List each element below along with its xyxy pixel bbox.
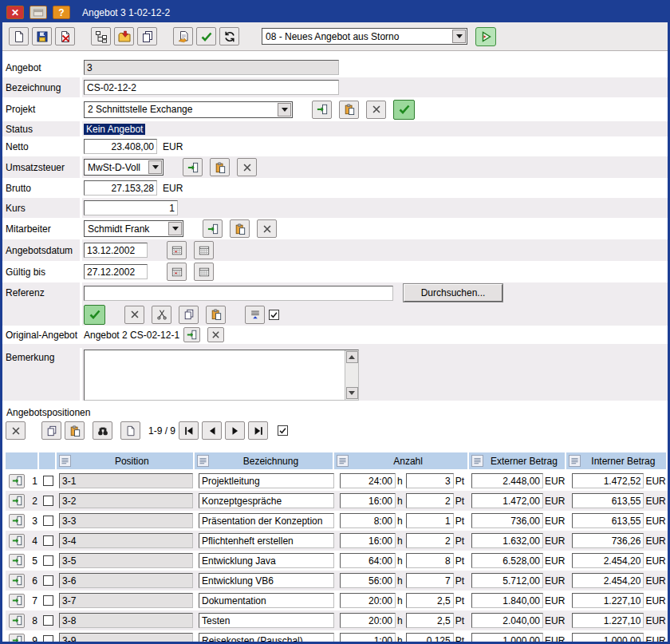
row-goto-button[interactable] bbox=[9, 514, 25, 528]
referenz-copy-button[interactable] bbox=[179, 306, 199, 324]
referenz-ok-button[interactable] bbox=[84, 305, 105, 325]
hours-field[interactable]: 20:00 bbox=[340, 593, 396, 608]
hours-field[interactable]: 20:00 bbox=[340, 613, 396, 628]
scroll-down-button[interactable] bbox=[346, 387, 358, 399]
angebotsdatum-calendar-set-button[interactable] bbox=[167, 241, 187, 259]
original-angebot-clear-button[interactable] bbox=[207, 327, 224, 342]
points-field[interactable]: 2,5 bbox=[406, 593, 454, 608]
hierarchy-button[interactable] bbox=[91, 27, 111, 45]
row-checkbox[interactable] bbox=[43, 615, 53, 626]
hours-field[interactable]: 8:00 bbox=[340, 513, 396, 528]
intern-amount-field[interactable]: 736,26 bbox=[572, 533, 644, 548]
hours-field[interactable]: 64:00 bbox=[340, 553, 396, 568]
sort-button[interactable] bbox=[337, 455, 349, 467]
position-field[interactable]: 3-9 bbox=[59, 633, 193, 644]
run-action-button[interactable] bbox=[475, 27, 496, 46]
hours-field[interactable]: 16:00 bbox=[340, 493, 396, 508]
row-checkbox[interactable] bbox=[43, 635, 53, 644]
points-field[interactable]: 7 bbox=[406, 573, 454, 588]
mitarbeiter-clear-button[interactable] bbox=[257, 219, 277, 238]
mitarbeiter-goto-button[interactable] bbox=[203, 219, 223, 238]
bemerkung-scrollbar[interactable] bbox=[345, 350, 358, 400]
hours-field[interactable]: 24:00 bbox=[340, 473, 396, 488]
bezeichnung-field[interactable]: Entwicklung Java bbox=[199, 553, 334, 568]
row-goto-button[interactable] bbox=[9, 474, 25, 488]
umsatzsteuer-clear-button[interactable] bbox=[237, 158, 257, 176]
extern-amount-field[interactable]: 1.840,00 bbox=[471, 593, 543, 608]
gueltig-bis-input[interactable] bbox=[84, 264, 148, 279]
help-button[interactable]: ? bbox=[53, 6, 70, 19]
referenz-clear-button[interactable] bbox=[124, 306, 144, 324]
position-field[interactable]: 3-5 bbox=[59, 553, 193, 568]
extern-amount-field[interactable]: 1.632,00 bbox=[471, 533, 543, 548]
intern-amount-field[interactable]: 613,55 bbox=[572, 513, 644, 528]
bezeichnung-field[interactable]: Entwicklung VB6 bbox=[199, 573, 334, 588]
row-checkbox[interactable] bbox=[43, 555, 53, 566]
referenz-paste-button[interactable] bbox=[206, 306, 226, 324]
positions-toolbar-checkbox[interactable] bbox=[278, 425, 288, 436]
projekt-clear-button[interactable] bbox=[366, 101, 386, 119]
intern-amount-field[interactable]: 1.227,10 bbox=[572, 613, 644, 628]
row-checkbox[interactable] bbox=[43, 496, 53, 506]
points-field[interactable]: 1 bbox=[406, 513, 454, 528]
points-field[interactable]: 3 bbox=[406, 473, 454, 488]
row-goto-button[interactable] bbox=[9, 614, 25, 628]
row-goto-button[interactable] bbox=[9, 634, 25, 644]
intern-amount-field[interactable]: 613,55 bbox=[572, 493, 644, 508]
intern-amount-field[interactable]: 2.454,20 bbox=[572, 573, 644, 588]
position-field[interactable]: 3-7 bbox=[59, 593, 193, 608]
bemerkung-text[interactable] bbox=[85, 350, 345, 400]
nav-next-button[interactable] bbox=[225, 421, 245, 440]
mitarbeiter-paste-button[interactable] bbox=[230, 219, 250, 238]
sort-button[interactable] bbox=[569, 455, 581, 467]
action-select[interactable]: 08 - Neues Angebot aus Storno bbox=[262, 28, 467, 45]
gueltig-bis-calendar-set-button[interactable] bbox=[167, 263, 187, 281]
position-field[interactable]: 3-1 bbox=[59, 473, 193, 488]
umsatzsteuer-paste-button[interactable] bbox=[210, 158, 230, 176]
row-goto-button[interactable] bbox=[9, 594, 25, 608]
referenz-input[interactable] bbox=[84, 286, 393, 301]
extern-amount-field[interactable]: 1.472,00 bbox=[471, 493, 543, 508]
positions-search-button[interactable] bbox=[93, 421, 112, 440]
points-field[interactable]: 0,125 bbox=[406, 633, 454, 644]
brutto-input[interactable] bbox=[84, 180, 157, 196]
projekt-dropdown[interactable]: 2 Schnittstelle Exchange bbox=[84, 101, 293, 118]
bezeichnung-field[interactable]: Dokumentation bbox=[199, 593, 334, 608]
extern-amount-field[interactable]: 5.712,00 bbox=[471, 573, 543, 588]
position-field[interactable]: 3-4 bbox=[59, 533, 193, 548]
positions-delete-button[interactable] bbox=[6, 421, 26, 440]
referenz-cut-button[interactable] bbox=[152, 306, 171, 324]
new-record-button[interactable] bbox=[9, 27, 29, 45]
bezeichnung-field[interactable]: Testen bbox=[199, 613, 334, 628]
mitarbeiter-dropdown[interactable]: Schmidt Frank bbox=[84, 220, 183, 237]
projekt-paste-button[interactable] bbox=[339, 101, 359, 119]
bezeichnung-input[interactable] bbox=[84, 80, 339, 95]
nav-prev-button[interactable] bbox=[202, 421, 222, 440]
position-field[interactable]: 3-3 bbox=[59, 513, 193, 528]
referenz-preview-button[interactable] bbox=[245, 306, 265, 324]
bezeichnung-field[interactable]: Pflichtenheft erstellen bbox=[199, 533, 334, 548]
points-field[interactable]: 2 bbox=[406, 493, 454, 508]
extern-amount-field[interactable]: 6.528,00 bbox=[471, 553, 543, 568]
bezeichnung-field[interactable]: Präsentation der Konzeption bbox=[199, 513, 334, 528]
kurs-input[interactable] bbox=[84, 200, 178, 215]
mitarbeiter-dropdown-arrow-button[interactable] bbox=[168, 222, 182, 235]
row-goto-button[interactable] bbox=[9, 534, 25, 548]
bemerkung-textarea[interactable] bbox=[84, 350, 359, 401]
open-import-button[interactable] bbox=[114, 27, 134, 45]
bezeichnung-field[interactable]: Konzeptgespräche bbox=[199, 493, 334, 508]
save-button[interactable] bbox=[32, 27, 52, 45]
intern-amount-field[interactable]: 1.227,10 bbox=[572, 593, 644, 608]
row-checkbox[interactable] bbox=[43, 516, 53, 526]
points-field[interactable]: 8 bbox=[406, 553, 454, 568]
intern-amount-field[interactable]: 2.454,20 bbox=[572, 553, 644, 568]
nav-last-button[interactable] bbox=[248, 421, 268, 440]
bezeichnung-field[interactable]: Projektleitung bbox=[199, 473, 334, 488]
sort-button[interactable] bbox=[471, 455, 483, 467]
extern-amount-field[interactable]: 736,00 bbox=[471, 513, 543, 528]
window-button[interactable] bbox=[30, 6, 47, 19]
action-select-arrow-button[interactable] bbox=[452, 30, 466, 43]
hours-field[interactable]: 16:00 bbox=[340, 533, 396, 548]
scroll-up-button[interactable] bbox=[346, 351, 358, 363]
properties-button[interactable] bbox=[173, 27, 193, 45]
